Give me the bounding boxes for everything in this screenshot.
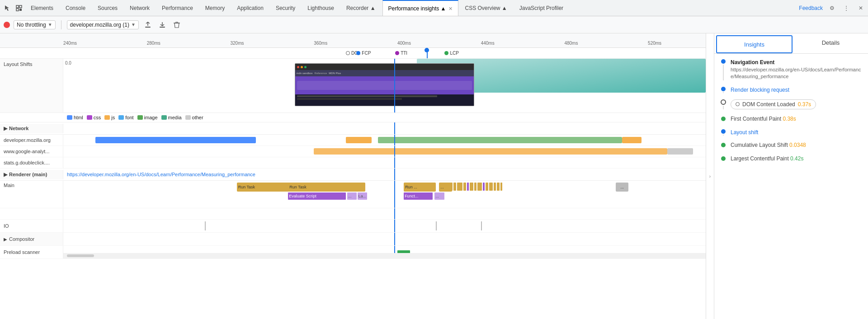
tab-console[interactable]: Console [60, 0, 91, 16]
time-ruler: 240ms 280ms 320ms 360ms 400ms 440ms 480m… [0, 33, 706, 48]
net-bar-other [667, 148, 693, 155]
panel-resize-handle[interactable]: › [706, 33, 714, 319]
network-legend-row: html css js font image [0, 113, 706, 122]
settings-icon[interactable]: ⚙ [826, 3, 837, 14]
layout-shifts-section: Layout Shifts 0.0 [0, 59, 706, 113]
network-label: Network [9, 126, 28, 131]
tab-recorder[interactable]: Recorder ▲ [341, 0, 382, 16]
domain-dropdown[interactable]: developer.mozilla.org (1) ▼ [67, 20, 139, 29]
entry-fcp-dot [721, 117, 726, 121]
entry-fcp-content: First Contentful Paint 0.38s [731, 116, 863, 123]
network-section-header[interactable]: ▶ Network [0, 122, 706, 135]
task-ellipsis-3: ... [434, 192, 444, 200]
tab-bar-right: Feedback ⚙ ⋮ ✕ [799, 3, 866, 14]
legend-other: other [185, 115, 203, 120]
entry-lcp: Largest Contentful Paint 0.42s [720, 155, 863, 162]
compositor-section[interactable]: ▶ Compositor [0, 233, 706, 246]
tab-performance[interactable]: Performance [156, 0, 199, 16]
scrollbar-thumb[interactable] [67, 254, 94, 257]
close-devtools-icon[interactable]: ✕ [855, 3, 866, 14]
tab-bar: Elements Console Sources Network Perform… [0, 0, 868, 16]
time-400: 400ms [397, 41, 411, 46]
svg-rect-5 [160, 27, 165, 28]
tab-application[interactable]: Application [231, 0, 269, 16]
feedback-link[interactable]: Feedback [799, 5, 823, 11]
entry-lcp-left [720, 155, 727, 162]
entry-dcl-line [723, 106, 724, 109]
entry-lcp-dot [721, 156, 726, 161]
io-bar-1 [205, 221, 206, 230]
entry-cls-left [720, 142, 727, 149]
timeline-content[interactable]: Layout Shifts 0.0 [0, 59, 706, 319]
nav-event-title: Navigation Event [731, 59, 863, 66]
tab-js-profiler[interactable]: JavaScript Profiler [514, 0, 569, 16]
download-icon[interactable] [157, 19, 168, 30]
network-row-1-content [63, 135, 706, 145]
renderer-section-header[interactable]: ▶ Renderer (main) https://developer.mozi… [0, 169, 706, 181]
preload-section: Preload scanner [0, 246, 706, 259]
dcl-icon [346, 51, 350, 55]
tab-security[interactable]: Security [270, 0, 301, 16]
renderer-url-row: https://developer.mozilla.org/en-US/docs… [63, 169, 706, 180]
throttling-dropdown-arrow: ▼ [48, 22, 52, 27]
task-run-3: Run ... [404, 183, 436, 192]
renderer-expand[interactable]: ▶ Renderer (main) [0, 170, 63, 179]
entry-fcp: First Contentful Paint 0.38s [720, 116, 863, 123]
devtools-inspect-icon[interactable] [14, 3, 24, 14]
renderer-label: Renderer (main) [9, 172, 47, 177]
network-expand-arrow: ▶ [4, 126, 7, 131]
cursor-line-main [394, 181, 395, 208]
scrollbar-area[interactable] [63, 253, 706, 258]
entry-nav-left [720, 59, 727, 80]
milestones-row: DCL FCP TTI LCP [0, 48, 706, 59]
net-bar-js2 [622, 137, 642, 143]
legend-font-label: font [125, 115, 133, 120]
network-row-3: stats.g.doubleclick.... [0, 157, 706, 169]
tab-network[interactable]: Network [124, 0, 156, 16]
legend-image-color [137, 115, 143, 120]
lcp-label: LCP [450, 51, 458, 56]
spacer-label [0, 208, 63, 219]
tab-css-overview[interactable]: CSS Overview ▲ [459, 0, 513, 16]
dcl-pill: DOM Content Loaded 0.37s [731, 99, 816, 109]
entry-rb-line [723, 92, 724, 93]
io-bar-2 [436, 221, 437, 230]
time-480: 480ms [564, 41, 578, 46]
layout-shift-link[interactable]: Layout shift [731, 129, 758, 136]
render-blocking-link[interactable]: Render blocking request [731, 87, 789, 93]
tab-elements[interactable]: Elements [25, 0, 59, 16]
tab-details[interactable]: Details [793, 33, 868, 52]
upload-icon[interactable] [142, 19, 153, 30]
task-funct: Funct... [404, 192, 433, 200]
entry-rb-dot [721, 87, 726, 91]
tab-close-icon[interactable]: ✕ [448, 6, 453, 12]
preload-label: Preload scanner [0, 246, 63, 258]
dcl-pill-value: 0.37s [798, 101, 811, 108]
entry-dcl-left [720, 99, 727, 109]
compositor-expand[interactable]: ▶ Compositor [0, 233, 63, 245]
cursor-line-net3 [394, 157, 395, 168]
entry-dcl: DOM Content Loaded 0.37s [720, 99, 863, 109]
tab-insights[interactable]: Insights [716, 35, 793, 53]
more-options-icon[interactable]: ⋮ [841, 3, 852, 14]
devtools-cursor-icon[interactable] [2, 3, 13, 14]
entry-nav-line [723, 65, 724, 80]
tti-label: TTI [401, 51, 407, 56]
legend-media-color [161, 115, 167, 120]
renderer-url-link[interactable]: https://developer.mozilla.org/en-US/docs… [67, 172, 255, 177]
tab-sources[interactable]: Sources [92, 0, 123, 16]
layout-shifts-content: 0.0 mdn sandboxReferenceMDN Plus [63, 59, 706, 113]
network-row-3-label: stats.g.doubleclick.... [0, 157, 63, 168]
tab-performance-insights[interactable]: Performance insights ▲ ✕ [382, 0, 459, 16]
record-button[interactable] [4, 22, 10, 28]
throttling-dropdown[interactable]: No throttling ▼ [14, 20, 56, 29]
network-expand[interactable]: ▶ Network [0, 124, 63, 133]
tab-lighthouse[interactable]: Lighthouse [302, 0, 340, 16]
clear-icon[interactable] [171, 19, 182, 30]
lcp-label-text: Largest Contentful Paint [731, 155, 790, 162]
time-240: 240ms [63, 41, 77, 46]
tab-memory[interactable]: Memory [200, 0, 231, 16]
svg-rect-1 [19, 5, 22, 8]
lcp-icon [444, 51, 448, 55]
lcp-value: 0.42s [790, 155, 803, 162]
